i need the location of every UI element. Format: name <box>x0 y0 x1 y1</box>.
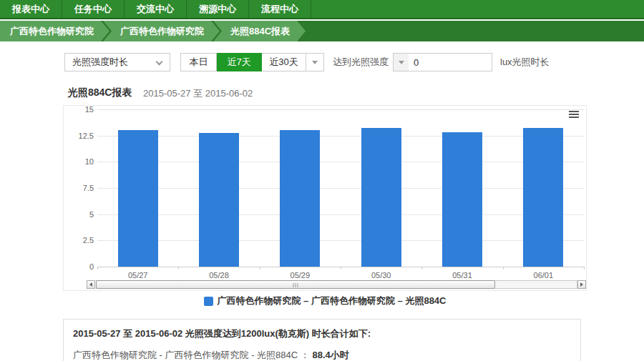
nav-item-communication[interactable]: 交流中心 <box>125 0 187 18</box>
bar-06/01[interactable] <box>523 128 563 267</box>
nav-item-traceability[interactable]: 溯源中心 <box>187 0 249 18</box>
arrow-right-icon <box>580 282 583 287</box>
scroll-right-button[interactable] <box>577 280 586 289</box>
grid-line <box>97 162 584 162</box>
threshold-dropdown-button[interactable] <box>393 53 409 71</box>
summary-title: 2015-05-27 至 2015-06-02 光照强度达到1200lux(勒克… <box>73 327 571 340</box>
grid-line <box>97 109 584 110</box>
breadcrumb-item-report[interactable]: 光照884C报表 <box>213 21 306 41</box>
y-axis-tick-label: 15 <box>64 105 94 114</box>
nav-item-reports[interactable]: 报表中心 <box>0 0 62 18</box>
x-axis-tick-label: 05/28 <box>178 271 259 280</box>
grid-line <box>97 214 584 215</box>
x-axis-tick-label: 05/29 <box>260 271 341 280</box>
y-axis-tick-label: 2.5 <box>64 236 94 244</box>
breadcrumb-item-institute-1[interactable]: 广西特色作物研究院 <box>0 21 109 41</box>
x-axis-tick <box>178 267 179 269</box>
reach-intensity-label: 达到光照强度 <box>333 53 389 71</box>
x-axis-tick-label: 06/01 <box>503 271 584 280</box>
summary-series-label: 广西特色作物研究院 - 广西特色作物研究院 - 光照884C ： <box>73 350 312 360</box>
bar-05/29[interactable] <box>280 130 320 267</box>
breadcrumb-item-institute-2[interactable]: 广西特色作物研究院 <box>103 21 220 41</box>
summary-detail: 广西特色作物研究院 - 广西特色作物研究院 - 光照884C ： 88.4小时 <box>73 349 571 361</box>
legend-label: 广西特色作物研究院 – 广西特色作物研究院 – 光照884C <box>218 295 447 307</box>
x-axis-tick-label: 05/27 <box>97 271 178 280</box>
nav-item-workflow[interactable]: 流程中心 <box>249 0 311 18</box>
light-duration-chart: 02.557.51012.51505/2705/2805/2905/3005/3… <box>63 105 587 291</box>
top-nav: 报表中心 任务中心 交流中心 溯源中心 流程中心 <box>0 0 644 19</box>
x-axis-tick-label: 05/31 <box>421 271 502 280</box>
date-range-button-group: 本日 近7天 近30天 <box>180 53 324 71</box>
chevron-down-icon <box>156 59 163 66</box>
x-axis-tick <box>97 267 98 269</box>
scrollbar-thumb[interactable] <box>96 280 495 289</box>
unit-label: lux光照时长 <box>500 53 550 71</box>
x-axis-tick <box>260 267 260 269</box>
report-title: 光照884C报表 <box>68 86 132 99</box>
metric-select-value: 光照强度时长 <box>72 56 128 67</box>
scroll-left-button[interactable] <box>87 280 95 289</box>
metric-select[interactable]: 光照强度时长 <box>64 53 170 71</box>
grid-line <box>97 188 584 189</box>
bar-05/28[interactable] <box>199 133 239 267</box>
range-button-30days[interactable]: 近30天 <box>262 53 306 71</box>
report-date-range: 2015-05-27 至 2015-06-02 <box>143 87 253 100</box>
summary-total-hours: 88.4小时 <box>312 350 348 360</box>
y-axis-tick-label: 12.5 <box>64 132 94 140</box>
caret-down-icon <box>312 61 318 64</box>
bar-05/31[interactable] <box>442 132 482 267</box>
nav-item-tasks[interactable]: 任务中心 <box>62 0 125 18</box>
y-axis-tick-label: 7.5 <box>64 184 94 192</box>
scrollbar-grip-icon <box>293 283 298 287</box>
x-axis-tick <box>341 267 341 269</box>
grid-line <box>97 136 584 137</box>
range-button-7days[interactable]: 近7天 <box>217 53 262 71</box>
legend-item[interactable]: 广西特色作物研究院 – 广西特色作物研究院 – 光照884C <box>63 295 587 307</box>
caret-down-icon <box>399 61 404 64</box>
y-axis-tick-label: 10 <box>64 157 94 166</box>
bar-05/27[interactable] <box>118 130 158 267</box>
range-dropdown-button[interactable] <box>306 53 324 71</box>
grid-line <box>97 240 584 241</box>
x-axis-tick <box>421 267 422 269</box>
bar-05/30[interactable] <box>361 128 401 267</box>
legend-marker <box>204 297 213 306</box>
y-axis-tick-label: 0 <box>64 262 94 271</box>
arrow-left-icon <box>89 282 92 287</box>
range-button-today[interactable]: 本日 <box>180 53 217 71</box>
breadcrumb: 广西特色作物研究院 广西特色作物研究院 光照884C报表 <box>0 21 644 41</box>
x-axis-tick-label: 05/30 <box>341 271 421 280</box>
x-axis-tick <box>503 267 504 269</box>
threshold-input[interactable] <box>409 53 492 71</box>
plot-area: 02.557.51012.51505/2705/2805/2905/3005/3… <box>64 106 586 290</box>
x-axis-tick <box>584 267 585 269</box>
y-axis-tick-label: 5 <box>64 210 94 219</box>
summary-box: 2015-05-27 至 2015-06-02 光照强度达到1200lux(勒克… <box>63 319 581 361</box>
